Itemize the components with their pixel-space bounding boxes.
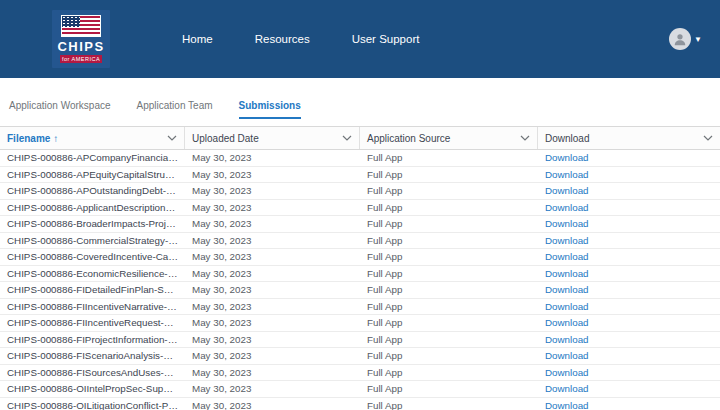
tab-application-workspace[interactable]: Application Workspace: [9, 96, 111, 119]
table-row: CHIPS-000886-CommercialStrategy-Cash Flo…: [0, 233, 720, 250]
tab-submissions[interactable]: Submissions: [239, 96, 301, 119]
filename-cell: CHIPS-000886-CommercialStrategy-Cash Flo…: [0, 235, 185, 246]
download-link[interactable]: Download: [545, 400, 589, 410]
uploaded-date-cell: May 30, 2023: [185, 218, 360, 229]
uploaded-date-cell: May 30, 2023: [185, 334, 360, 345]
table-row: CHIPS-000886-FIProjectInformation-Cash F…: [0, 332, 720, 349]
uploaded-date-cell: May 30, 2023: [185, 169, 360, 180]
table-row: CHIPS-000886-FIIncentiveRequest-Project …: [0, 315, 720, 332]
user-menu-button[interactable]: ▼: [669, 28, 702, 50]
uploaded-date-cell: May 30, 2023: [185, 400, 360, 410]
filename-cell: CHIPS-000886-FISourcesAndUses-Sources an…: [0, 367, 185, 378]
application-source-cell: Full App: [360, 251, 538, 262]
application-source-cell: Full App: [360, 317, 538, 328]
chevron-down-icon[interactable]: [167, 135, 177, 141]
table-row: CHIPS-000886-FIIncentiveNarrative-Source…: [0, 299, 720, 316]
table-row: CHIPS-000886-OIIntelPropSec-Supplemental…: [0, 381, 720, 398]
table-row: CHIPS-000886-ApplicantDescription-Compan…: [0, 200, 720, 217]
download-link[interactable]: Download: [545, 185, 589, 196]
filename-cell: CHIPS-000886-OILitigationConflict-Projec…: [0, 400, 185, 410]
application-source-cell: Full App: [360, 334, 538, 345]
filename-cell: CHIPS-000886-ApplicantDescription-Compan…: [0, 202, 185, 213]
filename-cell: CHIPS-000886-FIIncentiveNarrative-Source…: [0, 301, 185, 312]
application-source-cell: Full App: [360, 400, 538, 410]
table-row: CHIPS-000886-FIScenarioAnalysis-Sources …: [0, 348, 720, 365]
table-row: CHIPS-000886-FISourcesAndUses-Sources an…: [0, 365, 720, 382]
nav-home[interactable]: Home: [182, 33, 213, 45]
download-link[interactable]: Download: [545, 169, 589, 180]
column-label: Filename: [7, 133, 50, 144]
nav-resources[interactable]: Resources: [255, 33, 310, 45]
download-link[interactable]: Download: [545, 301, 589, 312]
tab-bar: Application Workspace Application Team S…: [0, 96, 720, 119]
tab-application-team[interactable]: Application Team: [137, 96, 213, 119]
download-link[interactable]: Download: [545, 235, 589, 246]
application-source-cell: Full App: [360, 202, 538, 213]
filename-cell: CHIPS-000886-APOutstandingDebt-Sources a…: [0, 185, 185, 196]
filename-cell: CHIPS-000886-BroaderImpacts-Project Fina…: [0, 218, 185, 229]
column-label: Application Source: [367, 133, 450, 144]
filename-cell: CHIPS-000886-CoveredIncentive-Cash Flow …: [0, 251, 185, 262]
user-avatar-icon: [669, 28, 691, 50]
table-header-row: Filename ↑ Uploaded Date Application Sou…: [0, 126, 720, 150]
download-link[interactable]: Download: [545, 152, 589, 163]
download-link[interactable]: Download: [545, 334, 589, 345]
submissions-table: Filename ↑ Uploaded Date Application Sou…: [0, 126, 720, 410]
filename-cell: CHIPS-000886-APEquityCapitalStruc-Legal …: [0, 169, 185, 180]
table-row: CHIPS-000886-OILitigationConflict-Projec…: [0, 398, 720, 410]
table-row: CHIPS-000886-APOutstandingDebt-Sources a…: [0, 183, 720, 200]
sort-ascending-icon: ↑: [53, 133, 58, 144]
filename-cell: CHIPS-000886-FIIncentiveRequest-Project …: [0, 317, 185, 328]
uploaded-date-cell: May 30, 2023: [185, 268, 360, 279]
uploaded-date-cell: May 30, 2023: [185, 152, 360, 163]
chips-logo[interactable]: CHIPS for AMERICA: [52, 10, 110, 68]
brand-tagline: for AMERICA: [60, 55, 102, 63]
download-link[interactable]: Download: [545, 202, 589, 213]
uploaded-date-cell: May 30, 2023: [185, 383, 360, 394]
table-row: CHIPS-000886-BroaderImpacts-Project Fina…: [0, 216, 720, 233]
uploaded-date-cell: May 30, 2023: [185, 301, 360, 312]
uploaded-date-cell: May 30, 2023: [185, 185, 360, 196]
column-header-application-source[interactable]: Application Source: [360, 127, 538, 149]
column-label: Uploaded Date: [192, 133, 259, 144]
column-label: Download: [545, 133, 589, 144]
download-link[interactable]: Download: [545, 284, 589, 295]
download-link[interactable]: Download: [545, 317, 589, 328]
filename-cell: CHIPS-000886-EconomicResilience-Legal En…: [0, 268, 185, 279]
column-header-filename[interactable]: Filename ↑: [0, 127, 185, 149]
filename-cell: CHIPS-000886-FIScenarioAnalysis-Sources …: [0, 350, 185, 361]
download-link[interactable]: Download: [545, 367, 589, 378]
download-link[interactable]: Download: [545, 218, 589, 229]
application-source-cell: Full App: [360, 301, 538, 312]
flag-canton: [62, 16, 80, 27]
application-source-cell: Full App: [360, 268, 538, 279]
nav-user-support[interactable]: User Support: [352, 33, 420, 45]
application-source-cell: Full App: [360, 152, 538, 163]
application-source-cell: Full App: [360, 235, 538, 246]
table-row: CHIPS-000886-EconomicResilience-Legal En…: [0, 266, 720, 283]
brand-name: CHIPS: [57, 39, 104, 54]
application-source-cell: Full App: [360, 169, 538, 180]
table-row: CHIPS-000886-APEquityCapitalStruc-Legal …: [0, 167, 720, 184]
us-flag-icon: [61, 15, 101, 37]
main-nav: Home Resources User Support: [182, 33, 419, 45]
uploaded-date-cell: May 30, 2023: [185, 202, 360, 213]
filename-cell: CHIPS-000886-APCompanyFinancials-Key Ass…: [0, 152, 185, 163]
application-source-cell: Full App: [360, 383, 538, 394]
uploaded-date-cell: May 30, 2023: [185, 235, 360, 246]
application-source-cell: Full App: [360, 218, 538, 229]
uploaded-date-cell: May 30, 2023: [185, 350, 360, 361]
download-link[interactable]: Download: [545, 350, 589, 361]
download-link[interactable]: Download: [545, 268, 589, 279]
application-source-cell: Full App: [360, 350, 538, 361]
chevron-down-icon[interactable]: [520, 135, 530, 141]
application-source-cell: Full App: [360, 284, 538, 295]
download-link[interactable]: Download: [545, 251, 589, 262]
column-header-uploaded-date[interactable]: Uploaded Date: [185, 127, 360, 149]
table-row: CHIPS-000886-CoveredIncentive-Cash Flow …: [0, 249, 720, 266]
download-link[interactable]: Download: [545, 383, 589, 394]
chevron-down-icon[interactable]: [703, 135, 713, 141]
chevron-down-icon[interactable]: [342, 135, 352, 141]
column-header-download[interactable]: Download: [538, 127, 720, 149]
uploaded-date-cell: May 30, 2023: [185, 367, 360, 378]
